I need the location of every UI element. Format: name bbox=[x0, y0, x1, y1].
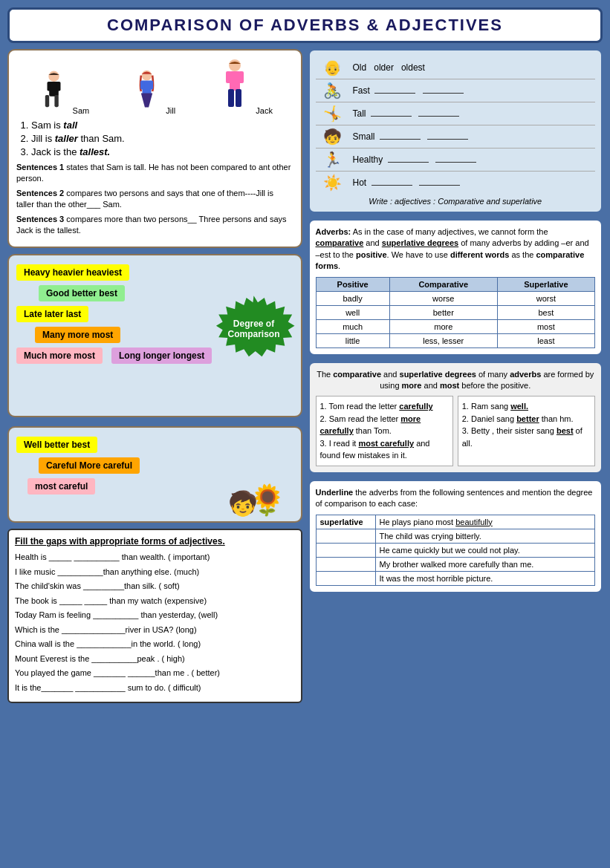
adj-icon-fast: 🚴 bbox=[316, 82, 349, 99]
adj-row-hot: ☀️ Hot bbox=[316, 172, 596, 194]
svg-rect-15 bbox=[239, 71, 244, 83]
comp-deg-intro: The comparative and superlative degrees … bbox=[316, 369, 596, 392]
examples-grid: 1. Tom read the letter carefully 2. Sam … bbox=[316, 396, 596, 466]
degree-2 bbox=[316, 529, 375, 543]
adj-fast-positive: Fast bbox=[353, 85, 370, 96]
comparison-panel: Degree of Comparison Heavy heavier heavi… bbox=[7, 254, 302, 417]
sentence-4: My brother walked more carefully than me… bbox=[375, 557, 595, 571]
svg-rect-9 bbox=[149, 80, 153, 89]
fill-gaps-section: Fill the gaps with appropriate forms of … bbox=[7, 529, 302, 703]
adv-header-superlative: Superlative bbox=[497, 277, 594, 291]
adv-row-little: little less, lesser least bbox=[316, 333, 595, 347]
adv-much-pos: much bbox=[316, 319, 389, 333]
sentence-5: It was the most horrible picture. bbox=[375, 571, 595, 585]
strip-late: Late later last bbox=[16, 306, 88, 322]
child-decoration: 🧒 bbox=[228, 489, 258, 518]
fill-line-1: Health is _____ __________ than wealth. … bbox=[15, 551, 295, 564]
adj-hot-positive: Hot bbox=[353, 177, 367, 188]
jack-label: Jack bbox=[256, 106, 273, 115]
adverbs-panel: Adverbs: As in the case of many adjectiv… bbox=[308, 219, 603, 356]
fill-line-4: The book is _____ _____ than my watch (e… bbox=[15, 595, 295, 607]
fill-line-5: Today Ram is feeling __________ than yes… bbox=[15, 609, 295, 621]
adj-words-hot: Hot bbox=[349, 177, 596, 188]
underline-row-5: It was the most horrible picture. bbox=[316, 571, 595, 585]
adv-well-super: best bbox=[497, 305, 594, 319]
adj-small-blank2 bbox=[427, 139, 468, 140]
strip-well: Well better best bbox=[16, 437, 97, 453]
well-section: Well better best Careful More careful mo… bbox=[7, 426, 302, 523]
ex-left-3: 3. I read it most carefully and found fe… bbox=[320, 437, 449, 462]
underline-table: superlative He plays piano most beautifu… bbox=[316, 515, 596, 586]
adj-icon-hot: ☀️ bbox=[316, 174, 349, 192]
sentence-3: Jack is the tallest. bbox=[31, 146, 293, 157]
adv-little-super: least bbox=[497, 333, 594, 347]
title-bar: COMPARISON OF ADVERBS & ADJECTIVES bbox=[7, 7, 603, 43]
character-jack: Jack bbox=[216, 58, 273, 115]
strips-row-1: Heavy heavier heaviest bbox=[15, 263, 295, 282]
ex-left-2: 2. Sam read the letter more carefully th… bbox=[320, 413, 449, 437]
underline-row-1: superlative He plays piano most beautifu… bbox=[316, 515, 595, 529]
fill-line-10: It is the_______ ___________ sum to do. … bbox=[15, 682, 295, 694]
sentence-3: He came quickly but we could not play. bbox=[375, 543, 595, 557]
adv-well-pos: well bbox=[316, 305, 389, 319]
adv-header-positive: Positive bbox=[316, 277, 389, 291]
adj-icon-healthy: 🏃 bbox=[316, 151, 349, 169]
jill-label: Jill bbox=[166, 106, 175, 115]
fill-line-8: Mount Everest is the __________peak . ( … bbox=[15, 653, 295, 665]
fill-gaps-title: Fill the gaps with appropriate forms of … bbox=[15, 536, 295, 546]
adj-small-positive: Small bbox=[353, 131, 375, 142]
adj-healthy-blank2 bbox=[435, 162, 476, 163]
adj-healthy-positive: Healthy bbox=[353, 154, 383, 165]
svg-point-10 bbox=[229, 59, 241, 71]
adj-words-small: Small bbox=[349, 131, 596, 142]
underline-row-2: The child was crying bitterly. bbox=[316, 529, 595, 543]
adj-healthy-blank1 bbox=[388, 162, 429, 163]
svg-rect-3 bbox=[54, 95, 58, 107]
adv-badly-comp: worse bbox=[389, 291, 497, 305]
svg-point-0 bbox=[48, 71, 59, 82]
example-box-right: 1. Ram sang well. 2. Daniel sang better … bbox=[458, 396, 595, 466]
sam-label: Sam bbox=[73, 106, 90, 115]
explanation-1: Sentences 1 states that Sam is tall. He … bbox=[16, 162, 293, 185]
degree-3 bbox=[316, 543, 375, 557]
adj-icon-small: 🧒 bbox=[316, 128, 349, 146]
main-grid: Sam bbox=[7, 49, 603, 703]
characters-row: Sam bbox=[16, 58, 293, 115]
adj-tall-blank1 bbox=[371, 116, 412, 117]
adv-row-badly: badly worse worst bbox=[316, 291, 595, 305]
fill-line-6: Which is the ______________river in USA?… bbox=[15, 624, 295, 636]
adj-words-healthy: Healthy bbox=[349, 154, 596, 165]
adj-tall-positive: Tall bbox=[353, 108, 366, 119]
page-container: COMPARISON OF ADVERBS & ADJECTIVES bbox=[7, 7, 603, 703]
svg-rect-5 bbox=[56, 82, 60, 91]
degree-5 bbox=[316, 571, 375, 585]
underline-row-4: My brother walked more carefully than me… bbox=[316, 557, 595, 571]
degree-label: Degree of Comparison bbox=[213, 319, 295, 339]
left-column: Sam bbox=[7, 49, 302, 703]
adj-row-healthy: 🏃 Healthy bbox=[316, 149, 596, 172]
s3-word: tallest. bbox=[80, 146, 110, 157]
adv-well-comp: better bbox=[389, 305, 497, 319]
explanation-3: Sentences 3 compares more than two perso… bbox=[16, 214, 293, 237]
adj-row-old: 👴 Old older oldest bbox=[316, 56, 596, 79]
adv-little-pos: little bbox=[316, 333, 389, 347]
characters-panel: Sam bbox=[7, 49, 302, 248]
careful-strip-row: Careful More careful bbox=[37, 456, 295, 475]
underline-panel: Underline the adverbs from the following… bbox=[308, 480, 603, 593]
adj-row-small: 🧒 Small bbox=[316, 125, 596, 149]
svg-rect-8 bbox=[140, 80, 144, 89]
fill-line-3: The child'skin was _________than silk. (… bbox=[15, 580, 295, 593]
underline-row-3: He came quickly but we could not play. bbox=[316, 543, 595, 557]
explanation-2: Sentences 2 compares two persons and say… bbox=[16, 188, 293, 211]
well-strip-row: Well better best bbox=[15, 435, 295, 454]
strip-many: Many more most bbox=[35, 327, 120, 343]
jack-figure bbox=[216, 58, 253, 114]
adj-hot-blank1 bbox=[371, 185, 412, 186]
adj-words-tall: Tall bbox=[349, 108, 596, 119]
adj-icon-tall: 🤸 bbox=[316, 105, 349, 123]
adj-old-super: oldest bbox=[401, 62, 425, 73]
adj-tall-blank2 bbox=[418, 116, 459, 117]
adv-badly-super: worst bbox=[497, 291, 594, 305]
example-box-left: 1. Tom read the letter carefully 2. Sam … bbox=[316, 396, 453, 466]
degree-starburst: Degree of Comparison bbox=[213, 296, 295, 362]
